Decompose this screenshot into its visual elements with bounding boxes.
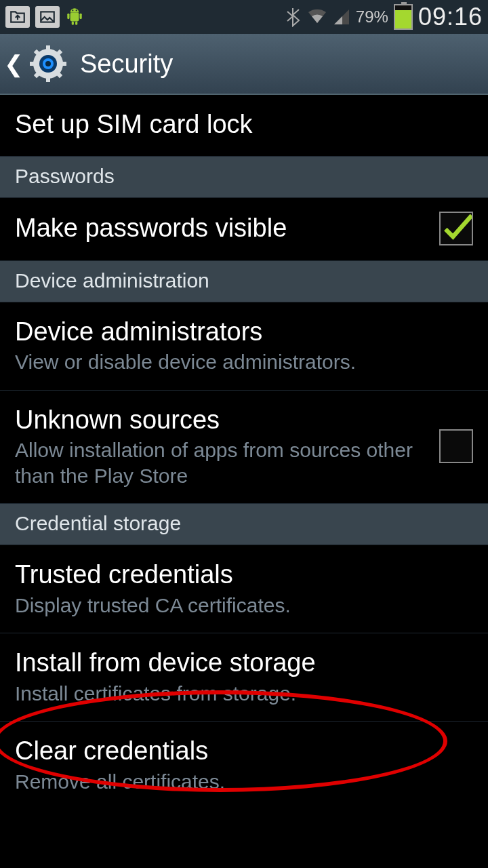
item-unknown-sources[interactable]: Unknown sources Allow installation of ap…: [0, 391, 488, 505]
svg-rect-6: [72, 21, 74, 24]
android-icon: [65, 7, 84, 27]
svg-rect-12: [60, 62, 66, 66]
item-title: Unknown sources: [15, 404, 426, 437]
battery-icon: [394, 4, 413, 30]
checkbox-unknown-sources[interactable]: [439, 429, 473, 463]
svg-rect-5: [80, 14, 82, 20]
action-bar: ❮ Security: [0, 34, 488, 95]
item-title: Clear credentials: [15, 735, 473, 768]
item-subtitle: Display trusted CA certificates.: [15, 593, 473, 618]
svg-point-2: [72, 9, 73, 11]
item-trusted-credentials[interactable]: Trusted credentials Display trusted CA c…: [0, 545, 488, 633]
item-clear-credentials[interactable]: Clear credentials Remove all certificate…: [0, 722, 488, 809]
item-device-administrators[interactable]: Device administrators View or disable de…: [0, 302, 488, 391]
svg-rect-7: [75, 21, 77, 24]
sync-folder-icon: [5, 6, 30, 28]
item-subtitle: Allow installation of apps from sources …: [15, 437, 426, 488]
page-title: Security: [80, 50, 173, 79]
back-icon[interactable]: ❮: [4, 50, 23, 77]
item-title: Trusted credentials: [15, 559, 473, 591]
svg-rect-4: [67, 14, 69, 20]
battery-percent: 79%: [356, 7, 388, 26]
item-subtitle: Install certificates from storage.: [15, 681, 473, 707]
settings-gear-icon[interactable]: [30, 45, 66, 82]
checkbox-passwords-visible[interactable]: [439, 212, 473, 245]
item-subtitle: Remove all certificates.: [15, 769, 473, 795]
clock: 09:16: [418, 3, 483, 31]
section-device-admin: Device administration: [0, 261, 488, 302]
status-bar: 79% 09:16: [0, 0, 488, 34]
item-install-from-storage[interactable]: Install from device storage Install cert…: [0, 633, 488, 722]
image-icon: [35, 6, 60, 28]
svg-point-3: [76, 9, 77, 11]
item-subtitle: View or disable device administrators.: [15, 349, 473, 375]
wifi-icon: [307, 8, 327, 26]
bluetooth-icon: [285, 7, 302, 27]
item-passwords-visible[interactable]: Make passwords visible: [0, 198, 488, 261]
section-credential-storage: Credential storage: [0, 504, 488, 545]
item-title: Install from device storage: [15, 647, 473, 679]
svg-rect-10: [46, 75, 50, 82]
signal-icon: [333, 8, 350, 26]
svg-rect-9: [46, 45, 50, 52]
item-title: Device administrators: [15, 316, 473, 349]
item-title: Make passwords visible: [15, 212, 426, 245]
item-title: Set up SIM card lock: [15, 108, 473, 141]
svg-point-19: [45, 61, 51, 66]
item-sim-card-lock[interactable]: Set up SIM card lock: [0, 95, 488, 157]
section-passwords: Passwords: [0, 157, 488, 198]
svg-rect-11: [30, 62, 37, 66]
svg-rect-1: [70, 13, 79, 22]
settings-list: Set up SIM card lock Passwords Make pass…: [0, 95, 488, 809]
